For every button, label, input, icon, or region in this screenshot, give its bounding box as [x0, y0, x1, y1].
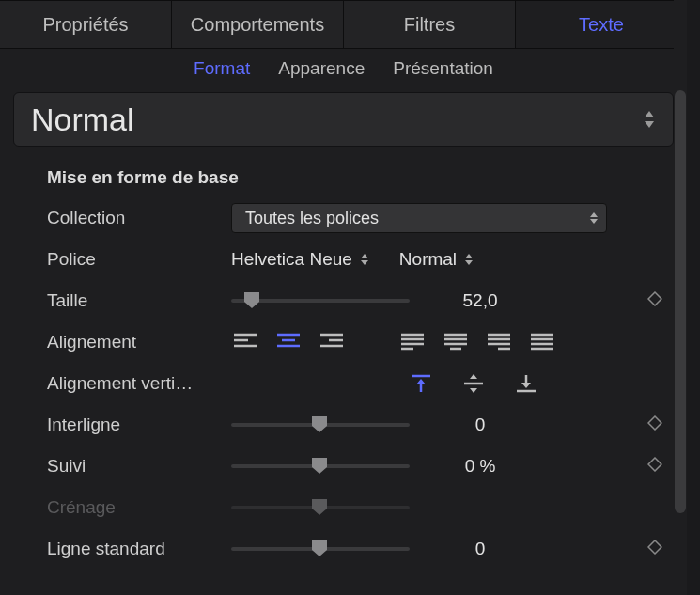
- label-font: Police: [47, 249, 231, 270]
- font-variant-value: Normal: [399, 249, 457, 270]
- label-tracking: Suivi: [47, 456, 231, 477]
- label-alignment: Alignement: [47, 332, 231, 352]
- section-title: Mise en forme de base: [47, 167, 239, 188]
- slider-thumb[interactable]: [310, 415, 331, 435]
- scrollbar-thumb[interactable]: [675, 90, 686, 513]
- align-left-icon[interactable]: [233, 332, 259, 352]
- preset-dropdown[interactable]: Normal: [13, 92, 674, 147]
- justify-left-icon[interactable]: [400, 332, 427, 352]
- chevron-updown-icon: [360, 254, 369, 265]
- label-baseline: Ligne standard: [47, 539, 231, 559]
- label-kerning: Crénage: [47, 497, 231, 518]
- size-value[interactable]: 52,0: [419, 290, 541, 311]
- subtab-label: Présentation: [393, 58, 493, 78]
- tracking-value[interactable]: 0 %: [419, 456, 541, 477]
- tab-label: Propriétés: [42, 14, 128, 36]
- font-variant-popup[interactable]: Normal: [399, 249, 474, 270]
- tab-properties[interactable]: Propriétés: [0, 0, 172, 49]
- tab-label: Comportements: [191, 14, 324, 36]
- subtab-format[interactable]: Format: [194, 58, 250, 79]
- font-family-value: Helvetica Neue: [231, 249, 352, 270]
- subtab-label: Format: [194, 58, 250, 78]
- slider-thumb[interactable]: [310, 456, 331, 477]
- preset-label: Normal: [31, 102, 134, 138]
- align-right-icon[interactable]: [319, 332, 346, 352]
- subtabs: Format Apparence Présentation: [0, 49, 687, 88]
- align-center-icon[interactable]: [276, 332, 303, 352]
- label-leading: Interligne: [47, 415, 231, 435]
- valign-bottom-icon[interactable]: [515, 373, 541, 394]
- subtab-label: Apparence: [278, 58, 365, 78]
- chevron-updown-icon: [464, 254, 474, 265]
- slider-thumb[interactable]: [242, 290, 263, 311]
- baseline-value[interactable]: 0: [419, 539, 541, 559]
- baseline-slider[interactable]: [231, 538, 410, 560]
- justify-full-icon[interactable]: [530, 332, 556, 352]
- leading-value[interactable]: 0: [419, 415, 541, 435]
- chevron-updown-icon: [589, 212, 599, 224]
- size-slider[interactable]: [231, 290, 410, 312]
- keyframe-icon[interactable]: [647, 415, 662, 434]
- label-size: Taille: [47, 290, 231, 311]
- keyframe-icon[interactable]: [647, 457, 662, 476]
- section-header: Mise en forme de base: [0, 164, 687, 197]
- valign-middle-icon[interactable]: [462, 373, 489, 394]
- tab-behaviors[interactable]: Comportements: [172, 0, 344, 49]
- leading-slider[interactable]: [231, 414, 410, 436]
- tracking-slider[interactable]: [231, 455, 410, 478]
- keyframe-icon[interactable]: [647, 540, 662, 558]
- kerning-slider: [231, 496, 410, 519]
- label-collection: Collection: [47, 208, 231, 228]
- scrollbar[interactable]: [674, 0, 687, 595]
- subtab-appearance[interactable]: Apparence: [278, 58, 365, 79]
- chevron-updown-icon: [643, 111, 656, 128]
- tab-label: Filtres: [404, 14, 455, 36]
- label-valign: Alignement verti…: [47, 373, 231, 394]
- subtab-layout[interactable]: Présentation: [393, 58, 493, 79]
- dropdown-value: Toutes les polices: [245, 209, 379, 228]
- keyframe-icon[interactable]: [647, 291, 662, 310]
- tab-filters[interactable]: Filtres: [344, 0, 516, 49]
- slider-thumb: [310, 497, 331, 518]
- tab-text[interactable]: Texte: [516, 0, 687, 49]
- justify-center-icon[interactable]: [443, 332, 470, 352]
- justify-right-icon[interactable]: [487, 332, 513, 352]
- tab-label: Texte: [579, 14, 624, 36]
- font-family-popup[interactable]: Helvetica Neue: [231, 249, 369, 270]
- collection-dropdown[interactable]: Toutes les polices: [231, 203, 607, 233]
- valign-top-icon[interactable]: [410, 373, 436, 394]
- slider-thumb[interactable]: [310, 539, 331, 559]
